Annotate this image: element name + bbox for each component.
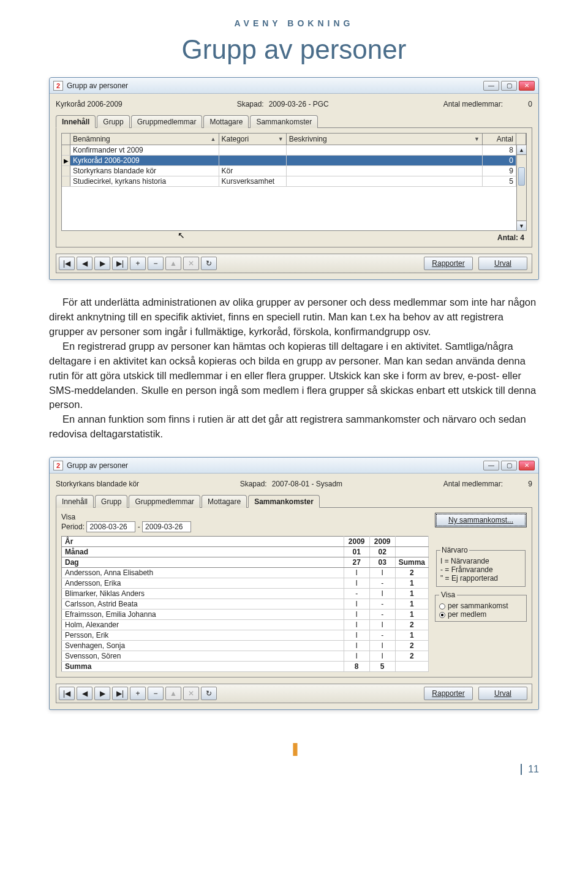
- nav-first[interactable]: |◀: [59, 257, 75, 270]
- created-label: Skapad:: [240, 480, 267, 488]
- scroll-down-icon[interactable]: ▼: [517, 221, 526, 230]
- period-from-input[interactable]: 2008-03-26: [86, 521, 135, 532]
- table-row[interactable]: Efraimsson, Emilia JohannaI-1: [62, 610, 429, 620]
- nav-refresh[interactable]: ↻: [201, 687, 217, 700]
- table-row[interactable]: Studiecirkel, kyrkans historiaKursverksa…: [62, 176, 526, 187]
- visa-opt-medlem[interactable]: per medlem: [439, 610, 522, 619]
- tabs: Innehåll Grupp Gruppmedlemmar Mottagare …: [56, 113, 532, 128]
- tab-sammankomster[interactable]: Sammankomster: [250, 115, 318, 128]
- nav-first[interactable]: |◀: [59, 687, 75, 700]
- nav-cancel[interactable]: ✕: [183, 687, 199, 700]
- tab-innehall[interactable]: Innehåll: [56, 115, 96, 128]
- nav-next[interactable]: ▶: [94, 257, 110, 270]
- minimize-button[interactable]: —: [483, 81, 499, 91]
- tab-gruppmedlemmar[interactable]: Gruppmedlemmar: [131, 115, 203, 128]
- members-label: Antal medlemmar:: [443, 480, 503, 488]
- table-row[interactable]: Svenhagen, SonjaII2: [62, 641, 429, 651]
- members-value: 9: [508, 480, 532, 488]
- created-label: Skapad:: [237, 100, 264, 108]
- maximize-button[interactable]: ▢: [501, 461, 517, 470]
- table-row[interactable]: Svensson, SörenII2: [62, 651, 429, 662]
- attendance-table[interactable]: År 2009 2009 Månad 01 02: [61, 536, 429, 672]
- table-row[interactable]: ▶Kyrkoråd 2006-20090: [62, 156, 526, 166]
- antal-value: 4: [520, 233, 524, 242]
- antal-label: Antal:: [497, 233, 518, 242]
- nav-remove[interactable]: −: [148, 257, 164, 270]
- close-button[interactable]: ✕: [519, 461, 535, 470]
- nav-toolbar: |◀ ◀ ▶ ▶| + − ▲ ✕ ↻ Rapporter Urval: [56, 684, 532, 703]
- nav-last[interactable]: ▶|: [112, 257, 128, 270]
- nav-remove[interactable]: −: [148, 687, 164, 700]
- urval-button[interactable]: Urval: [478, 687, 527, 700]
- table-row[interactable]: Persson, ErikI-1: [62, 630, 429, 641]
- scroll-thumb[interactable]: [518, 167, 525, 186]
- header-spaced: AVENY BOKNING: [49, 18, 539, 28]
- tab-mottagare[interactable]: Mottagare: [203, 115, 249, 128]
- visa-opt-sammankomst[interactable]: per sammankomst: [439, 602, 522, 610]
- window-icon: 2: [53, 461, 63, 470]
- tab-sammankomster[interactable]: Sammankomster: [248, 495, 320, 508]
- rapporter-button[interactable]: Rapporter: [424, 687, 473, 700]
- nav-prev[interactable]: ◀: [77, 257, 92, 270]
- titlebar[interactable]: 2 Grupp av personer — ▢ ✕: [50, 458, 538, 474]
- table-row[interactable]: Andersson, Anna ElisabethII2: [62, 568, 429, 578]
- nav-add[interactable]: +: [130, 257, 146, 270]
- nav-toolbar: |◀ ◀ ▶ ▶| + − ▲ ✕ ↻ Rapporter Urval: [56, 254, 532, 273]
- window-grupp-av-personer-2: 2 Grupp av personer — ▢ ✕ Storkyrkans bl…: [49, 457, 539, 710]
- group-name: Storkyrkans blandade kör: [56, 480, 139, 488]
- maximize-button[interactable]: ▢: [501, 81, 517, 91]
- table-row[interactable]: Holm, AlexanderII2: [62, 620, 429, 630]
- urval-button[interactable]: Urval: [478, 257, 527, 270]
- members-label: Antal medlemmar:: [443, 100, 503, 108]
- grid-scrollbar[interactable]: ▲ ▼: [516, 145, 526, 230]
- table-row[interactable]: Carlsson, Astrid BeataI-1: [62, 599, 429, 610]
- nav-add[interactable]: +: [130, 687, 146, 700]
- titlebar[interactable]: 2 Grupp av personer — ▢ ✕: [50, 78, 538, 94]
- table-row[interactable]: Storkyrkans blandade körKör9: [62, 166, 526, 176]
- scroll-up-icon[interactable]: ▲: [517, 145, 526, 155]
- tabs: Innehåll Grupp Gruppmedlemmar Mottagare …: [56, 493, 532, 508]
- ny-sammankomst-button[interactable]: Ny sammankomst...: [435, 513, 527, 527]
- col-kategori[interactable]: Kategori: [222, 135, 249, 143]
- nav-last[interactable]: ▶|: [112, 687, 128, 700]
- created-value: 2009-03-26 - PGC: [269, 100, 329, 108]
- tab-grupp[interactable]: Grupp: [95, 495, 127, 508]
- table-row[interactable]: Konfirmander vt 20098: [62, 145, 526, 156]
- col-benamning[interactable]: Benämning: [73, 135, 110, 143]
- footer-logo-icon: |||: [49, 741, 539, 757]
- rapporter-button[interactable]: Rapporter: [424, 257, 473, 270]
- page-number: 11: [521, 764, 539, 775]
- window-title: Grupp av personer: [67, 81, 128, 90]
- window-title: Grupp av personer: [67, 461, 128, 470]
- window-grupp-av-personer-1: 2 Grupp av personer — ▢ ✕ Kyrkoråd 2006-…: [49, 77, 539, 280]
- members-value: 0: [508, 100, 532, 108]
- window-icon: 2: [53, 81, 63, 91]
- tab-mottagare[interactable]: Mottagare: [202, 495, 247, 508]
- period-label: Period:: [61, 523, 85, 531]
- nav-cancel[interactable]: ✕: [183, 257, 199, 270]
- narvaro-legend: Närvaro I = Närvarande - = Frånvarande "…: [436, 546, 526, 587]
- nav-refresh[interactable]: ↻: [201, 257, 217, 270]
- page-title: Grupp av personer: [49, 34, 539, 65]
- created-value: 2007-08-01 - Sysadm: [272, 480, 342, 488]
- group-grid[interactable]: Benämning▲ Kategori▼ Beskrivning▼ Antal …: [61, 133, 527, 231]
- table-row[interactable]: Blimarker, Niklas Anders-I1: [62, 589, 429, 599]
- nav-edit[interactable]: ▲: [165, 257, 181, 270]
- nav-next[interactable]: ▶: [94, 687, 110, 700]
- article-body: För att underlätta administrationen av o…: [49, 295, 539, 442]
- tab-grupp[interactable]: Grupp: [97, 115, 129, 128]
- visa-group: Visa per sammankomst per medlem: [435, 591, 527, 622]
- nav-edit[interactable]: ▲: [165, 687, 181, 700]
- minimize-button[interactable]: —: [483, 461, 499, 470]
- summa-row: Summa85: [62, 662, 429, 672]
- visa-label: Visa: [61, 513, 75, 521]
- col-antal[interactable]: Antal: [497, 135, 513, 143]
- close-button[interactable]: ✕: [519, 81, 535, 91]
- col-beskrivning[interactable]: Beskrivning: [289, 135, 327, 143]
- table-row[interactable]: Andersson, ErikaI-1: [62, 578, 429, 589]
- tab-innehall[interactable]: Innehåll: [56, 495, 94, 508]
- tab-gruppmedlemmar[interactable]: Gruppmedlemmar: [129, 495, 200, 508]
- group-name: Kyrkoråd 2006-2009: [56, 100, 123, 108]
- nav-prev[interactable]: ◀: [77, 687, 92, 700]
- period-to-input[interactable]: 2009-03-26: [142, 521, 191, 532]
